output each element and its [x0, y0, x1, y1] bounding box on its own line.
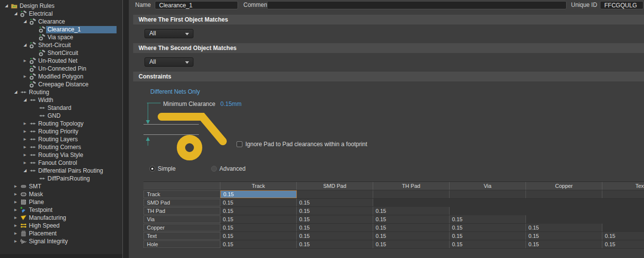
matrix-row-hole: Hole0.150.150.150.150.150.15 [143, 240, 644, 249]
matrix-selected-cell[interactable]: 0.15 [220, 190, 297, 198]
matrix-cell[interactable]: 0.15 [373, 240, 450, 248]
tree-item-width[interactable]: ◢Width [0, 96, 122, 104]
tree-item-diffpairsrouting[interactable]: DiffPairsRouting [0, 175, 122, 182]
tree-item-smt[interactable]: ▶SMT [0, 182, 122, 190]
second-object-scope-value: All [149, 58, 156, 65]
tree-horizontal-scrollbar[interactable] [0, 254, 122, 258]
tree-item-clearance[interactable]: ◢Clearance [0, 18, 122, 26]
matrix-cell[interactable]: 0.15 [450, 224, 526, 232]
tree-item-un-routed-net[interactable]: ▶Un-Routed Net [0, 57, 122, 65]
matrix-row-label: SMD Pad [143, 199, 220, 206]
expander-collapsed-icon[interactable]: ▶ [22, 73, 28, 80]
matrix-cell[interactable]: 0.15 [297, 215, 373, 223]
tree-item-modified-polygon[interactable]: ▶Modified Polygon [0, 73, 122, 80]
matrix-cell[interactable]: 0.15 [373, 224, 450, 232]
expander-collapsed-icon[interactable]: ▶ [12, 222, 19, 230]
expander-collapsed-icon[interactable]: ▶ [22, 143, 28, 151]
tree-item-high-speed[interactable]: ▶High Speed [0, 222, 122, 230]
expander-expanded-icon[interactable]: ◢ [22, 41, 28, 49]
expander-collapsed-icon[interactable]: ▶ [12, 190, 19, 198]
tree-item-un-connected-pin[interactable]: Un-Connected Pin [0, 65, 122, 73]
simple-radio[interactable] [149, 166, 155, 172]
expander-expanded-icon[interactable]: ◢ [12, 10, 19, 18]
tree-item-routing-priority[interactable]: ▶Routing Priority [0, 128, 122, 135]
matrix-cell[interactable]: 0.15 [450, 232, 526, 240]
panel-splitter[interactable] [122, 0, 129, 258]
expander-collapsed-icon[interactable]: ▶ [12, 206, 19, 214]
matrix-cell[interactable]: 0.15 [373, 232, 450, 240]
tree-item-clearance-1[interactable]: Clearance_1 [0, 26, 122, 33]
tree-item-fanout-control[interactable]: ▶Fanout Control [0, 159, 122, 167]
tree-item-signal-integrity[interactable]: ▶Signal Integrity [0, 237, 122, 245]
tree-item-differential-pairs-routing[interactable]: ◢Differential Pairs Routing [0, 167, 122, 175]
matrix-cell[interactable]: 0.15 [297, 207, 373, 215]
advanced-radio[interactable] [211, 166, 217, 172]
tree-item-routing-via-style[interactable]: ▶Routing Via Style [0, 151, 122, 159]
comment-input[interactable] [267, 1, 567, 9]
tree-item-gnd[interactable]: GND [0, 112, 122, 120]
second-object-scope-dropdown[interactable]: All [144, 57, 193, 67]
matrix-cell[interactable]: 0.15 [220, 240, 297, 248]
expander-collapsed-icon[interactable]: ▶ [22, 128, 28, 135]
matrix-cell[interactable]: 0.15 [602, 232, 644, 240]
expander-collapsed-icon[interactable]: ▶ [12, 214, 19, 222]
tree-item-plane[interactable]: ▶Plane [0, 198, 122, 206]
matrix-cell[interactable]: 0.15 [373, 207, 450, 215]
matrix-cell[interactable]: 0.15 [297, 199, 373, 206]
tree-item-routing-topology[interactable]: ▶Routing Topology [0, 120, 122, 128]
matrix-cell[interactable]: 0.15 [526, 232, 602, 240]
expander-collapsed-icon[interactable]: ▶ [22, 120, 28, 128]
tree-item-routing-corners[interactable]: ▶Routing Corners [0, 143, 122, 151]
matrix-cell[interactable]: 0.15 [450, 240, 526, 248]
expander-expanded-icon[interactable]: ◢ [22, 18, 28, 26]
matrix-cell[interactable]: 0.15 [297, 232, 373, 240]
matrix-cell[interactable]: 0.15 [220, 199, 297, 206]
matrix-blank-area [602, 199, 644, 207]
matrix-row-label: Track [143, 190, 220, 198]
expander-expanded-icon[interactable]: ◢ [12, 88, 19, 96]
expander-expanded-icon[interactable]: ◢ [22, 96, 28, 104]
tree-item-manufacturing[interactable]: ▶Manufacturing [0, 214, 122, 222]
expander-collapsed-icon[interactable]: ▶ [22, 135, 28, 143]
matrix-cell[interactable]: 0.15 [297, 240, 373, 248]
matrix-blank-area [450, 207, 526, 215]
matrix-cell[interactable]: 0.15 [526, 240, 602, 248]
matrix-cell[interactable]: 0.15 [220, 232, 297, 240]
tree-item-electrical[interactable]: ◢Electrical [0, 10, 122, 18]
matrix-cell[interactable]: 0.15 [220, 224, 297, 232]
matrix-cell[interactable]: 0.15 [220, 215, 297, 223]
matrix-cell[interactable]: 0.15 [373, 215, 450, 223]
tree-item-creepage-distance[interactable]: Creepage Distance [0, 80, 122, 88]
unique-id-input[interactable]: FFCGQULG [600, 1, 644, 9]
matrix-cell[interactable]: 0.15 [526, 224, 602, 232]
tree-item-mask[interactable]: ▶Mask [0, 190, 122, 198]
tree-item-routing[interactable]: ◢Routing [0, 88, 122, 96]
tree-item-routing-layers[interactable]: ▶Routing Layers [0, 135, 122, 143]
expander-collapsed-icon[interactable]: ▶ [22, 57, 28, 65]
expander-collapsed-icon[interactable]: ▶ [12, 198, 19, 206]
tree-item-design-rules[interactable]: ◢Design Rules [0, 2, 122, 10]
expander-collapsed-icon[interactable]: ▶ [22, 159, 28, 167]
first-object-scope-dropdown[interactable]: All [144, 29, 193, 38]
tree-item-shortcircuit[interactable]: ShortCircuit [0, 49, 122, 57]
expander-collapsed-icon[interactable]: ▶ [12, 182, 19, 190]
tree-item-label: Testpoint [27, 206, 54, 214]
matrix-cell[interactable]: 0.15 [220, 207, 297, 215]
expander-collapsed-icon[interactable]: ▶ [12, 230, 19, 237]
tree-item-short-circuit[interactable]: ◢Short-Circuit [0, 41, 122, 49]
expander-expanded-icon[interactable]: ◢ [3, 2, 10, 10]
matrix-cell[interactable]: 0.15 [602, 240, 644, 248]
net-scope-link[interactable]: Different Nets Only [150, 88, 200, 95]
chevron-down-icon [185, 61, 189, 64]
expander-collapsed-icon[interactable]: ▶ [12, 237, 19, 245]
expander-expanded-icon[interactable]: ◢ [22, 167, 28, 175]
matrix-cell[interactable]: 0.15 [450, 215, 526, 223]
tree-item-testpoint[interactable]: ▶Testpoint [0, 206, 122, 214]
expander-collapsed-icon[interactable]: ▶ [22, 151, 28, 159]
tree-item-via-space[interactable]: Via space [0, 33, 122, 41]
matrix-cell[interactable]: 0.15 [297, 224, 373, 232]
name-input[interactable]: Clearance_1 [155, 1, 238, 9]
tree-item-standard[interactable]: Standard [0, 104, 122, 112]
ignore-pad-to-pad-checkbox[interactable] [237, 141, 242, 147]
tree-item-placement[interactable]: ▶Placement [0, 230, 122, 237]
